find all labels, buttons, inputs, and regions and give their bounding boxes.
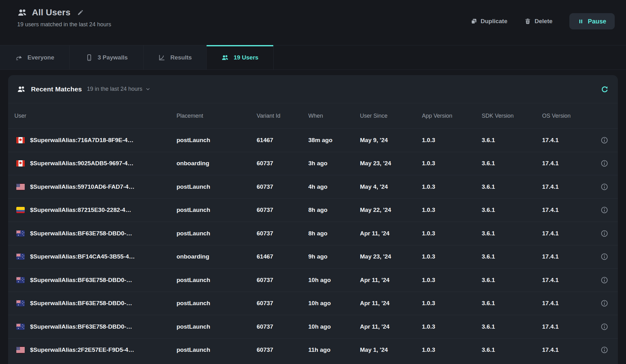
user-since-value: Apr 11, '24 [360,277,422,284]
user-alias: $SuperwallAlias:BF63E758-DBD0-… [30,300,132,307]
user-since-value: May 23, '24 [360,160,422,167]
country-flag-icon-au [16,324,25,330]
tab-users[interactable]: 19 Users [207,45,274,69]
info-icon[interactable] [600,183,608,191]
user-cell: $SuperwallAlias:BF63E758-DBD0-… [14,277,177,284]
when-value: 10h ago [308,300,360,307]
info-icon[interactable] [600,229,608,238]
refresh-icon[interactable] [600,85,609,94]
col-header-placement: Placement [177,113,257,119]
edit-title-pencil-icon[interactable] [77,9,84,16]
duplicate-button[interactable]: Duplicate [470,18,508,25]
variant-id-value: 60737 [257,277,308,284]
sdk-version-value: 3.6.1 [482,346,542,353]
user-alias: $SuperwallAlias:BF63E758-DBD0-… [30,323,132,330]
user-alias: $SuperwallAlias:59710AD6-FAD7-4… [30,183,135,190]
info-icon[interactable] [600,346,608,354]
panel-title: Recent Matches [31,85,82,93]
table-header-row: User Placement Variant Id When User Sinc… [8,103,618,128]
user-alias: $SuperwallAlias:BF14CA45-3B55-4… [30,253,135,260]
user-since-value: Apr 11, '24 [360,300,422,307]
table-row[interactable]: $SuperwallAlias:9025ADB5-9697-4…onboardi… [8,152,618,175]
placement-value: postLaunch [177,137,257,144]
os-version-value: 17.4.1 [542,137,599,144]
user-alias: $SuperwallAlias:9025ADB5-9697-4… [30,160,134,167]
delete-label: Delete [535,18,552,25]
app-version-value: 1.0.3 [422,137,482,144]
tab-everyone-label: Everyone [28,54,54,61]
sdk-version-value: 3.6.1 [482,300,542,307]
country-flag-icon-au [16,300,25,306]
table-row[interactable]: $SuperwallAlias:2F2E57EE-F9D5-4…postLaun… [8,338,618,362]
user-since-value: May 4, '24 [360,183,422,190]
info-icon[interactable] [600,159,608,167]
placement-value: postLaunch [177,323,257,330]
info-icon[interactable] [600,276,608,284]
info-icon[interactable] [600,299,608,307]
page-title: All Users [32,8,70,18]
country-flag-icon-co [16,207,25,213]
users-icon [17,85,26,94]
col-header-when: When [308,113,360,119]
when-value: 4h ago [308,183,360,190]
when-value: 10h ago [308,323,360,330]
sdk-version-value: 3.6.1 [482,137,542,144]
table-row[interactable]: $SuperwallAlias:87215E30-2282-4…postLaun… [8,198,618,222]
recent-matches-panel: Recent Matches 19 in the last 24 hours U… [8,75,618,364]
sdk-version-value: 3.6.1 [482,183,542,190]
user-cell: $SuperwallAlias:87215E30-2282-4… [14,207,177,213]
placement-value: postLaunch [177,207,257,213]
user-alias: $SuperwallAlias:BF63E758-DBD0-… [30,230,132,237]
user-cell: $SuperwallAlias:59710AD6-FAD7-4… [14,183,177,190]
table-row[interactable]: $SuperwallAlias:716A7D18-8F9E-4…postLaun… [8,128,618,152]
time-range-dropdown[interactable]: 19 in the last 24 hours [87,86,151,92]
os-version-value: 17.4.1 [542,183,599,190]
os-version-value: 17.4.1 [542,323,599,330]
country-flag-icon-ca [16,160,25,167]
table-row[interactable]: $SuperwallAlias:BF63E758-DBD0-…postLaunc… [8,315,618,338]
col-header-user: User [14,113,177,119]
table-row[interactable]: $SuperwallAlias:BF63E758-DBD0-…postLaunc… [8,268,618,292]
chart-icon [158,54,166,61]
placement-value: postLaunch [177,300,257,307]
placement-value: postLaunch [177,183,257,190]
when-value: 11h ago [308,346,360,353]
app-header: All Users 19 users matched in the last 2… [0,0,626,45]
tab-bar: Everyone 3 Paywalls Results 19 Users [0,45,626,70]
pause-icon [578,18,584,24]
table-row[interactable]: $SuperwallAlias:59710AD6-FAD7-4…postLaun… [8,175,618,198]
variant-id-value: 61467 [257,253,308,260]
tab-results[interactable]: Results [144,45,207,69]
sdk-version-value: 3.6.1 [482,230,542,237]
table-row[interactable]: $SuperwallAlias:BF63E758-DBD0-…postLaunc… [8,292,618,315]
placement-value: onboarding [177,160,257,167]
trash-icon [524,18,531,25]
variant-id-value: 60737 [257,346,308,353]
info-icon[interactable] [600,136,608,144]
duplicate-label: Duplicate [481,18,508,25]
info-icon[interactable] [600,206,608,214]
os-version-value: 17.4.1 [542,160,599,167]
when-value: 38m ago [308,137,360,144]
country-flag-icon-au [16,254,25,260]
when-value: 10h ago [308,277,360,284]
when-value: 9h ago [308,253,360,260]
user-since-value: Apr 11, '24 [360,323,422,330]
placement-value: onboarding [177,253,257,260]
sdk-version-value: 3.6.1 [482,160,542,167]
tab-everyone[interactable]: Everyone [0,45,70,69]
pause-button[interactable]: Pause [569,13,615,29]
chevron-down-icon [145,86,151,92]
info-icon[interactable] [600,253,608,261]
user-cell: $SuperwallAlias:BF63E758-DBD0-… [14,230,177,237]
matched-users-subtitle: 19 users matched in the last 24 hours [17,21,111,28]
user-cell: $SuperwallAlias:BF14CA45-3B55-4… [14,253,177,260]
variant-id-value: 60737 [257,183,308,190]
info-icon[interactable] [600,323,608,331]
pause-label: Pause [588,18,606,25]
user-since-value: May 23, '24 [360,253,422,260]
table-row[interactable]: $SuperwallAlias:BF63E758-DBD0-…postLaunc… [8,222,618,245]
tab-paywalls[interactable]: 3 Paywalls [70,45,144,69]
table-row[interactable]: $SuperwallAlias:BF14CA45-3B55-4…onboardi… [8,245,618,269]
delete-button[interactable]: Delete [524,18,552,25]
